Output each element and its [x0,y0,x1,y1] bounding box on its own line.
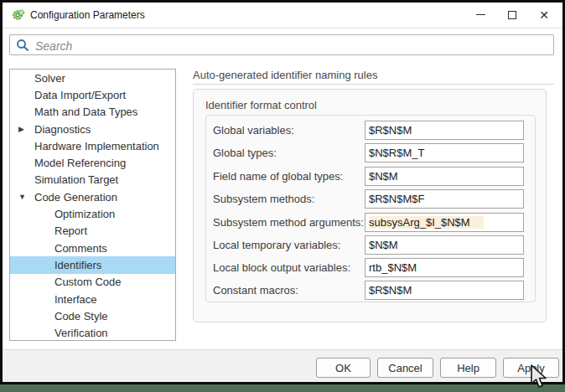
global-types-input[interactable]: $N$R$M_T [365,143,524,162]
chevron-right-icon[interactable]: ▶ [18,121,24,137]
sidebar-item-custom-code[interactable]: Custom Code [10,274,175,291]
field-name-of-global-types-input[interactable]: $N$M [365,167,524,186]
sidebar-item-identifiers[interactable]: Identifiers [10,256,175,273]
global-variables-input[interactable]: $R$N$M [365,121,524,140]
sidebar-item-diagnostics[interactable]: ▶Diagnostics [10,121,175,137]
subsystem-method-arguments-input[interactable]: subsysArg_$I_$N$M [365,213,524,232]
apply-button[interactable]: Apply [503,358,559,378]
local-block-output-variables-input[interactable]: rtb_$N$M [365,258,524,277]
sidebar-item-model-referencing[interactable]: Model Referencing [10,154,175,171]
sidebar-item-data-import-export[interactable]: Data Import/Export [10,86,175,103]
sidebar-item-verification[interactable]: Verification [10,324,175,341]
window-title: Configuration Parameters [30,3,145,28]
minimize-button[interactable] [465,3,495,27]
ok-button[interactable]: OK [316,358,371,378]
sidebar-item-math-and-data-types[interactable]: Math and Data Types [10,104,175,121]
sidebar-item-report[interactable]: Report [10,223,175,240]
sidebar-item-code-style[interactable]: Code Style [10,307,175,324]
maximize-button[interactable] [497,3,527,27]
field-row-local-temporary-variables: Local temporary variables: $N$M [206,235,536,255]
local-temporary-variables-input[interactable]: $N$M [365,235,524,255]
sidebar-item-interface[interactable]: Interface [10,291,175,307]
sidebar-item-hardware-implementation[interactable]: Hardware Implementation [10,137,175,154]
search-box[interactable] [9,34,554,55]
sidebar-item-solver[interactable]: Solver [10,70,175,86]
dialog-button-bar: OK Cancel Help Apply [3,349,562,382]
configuration-parameters-window: Configuration Parameters ✕ Solver Data I… [0,0,565,384]
identifier-fields-group: Global variables: $R$N$M Global types: $… [205,115,536,302]
section-heading: Auto-generated identifier naming rules [193,69,377,81]
help-button[interactable]: Help [440,358,496,378]
search-icon [16,39,29,55]
search-input[interactable] [34,36,548,55]
identifier-format-panel: Identifier format control Global variabl… [193,89,547,322]
subsystem-methods-input[interactable]: $R$N$M$F [365,189,524,209]
minimize-icon [476,14,485,16]
close-button[interactable]: ✕ [529,3,559,27]
field-row-field-name-of-global-types: Field name of global types: $N$M [206,167,536,186]
heading-divider [193,84,554,85]
simulink-settings-icon [12,8,25,22]
constant-macros-input[interactable]: $R$N$M [365,281,524,300]
sidebar-item-simulation-target[interactable]: Simulation Target [10,172,175,188]
sidebar-item-code-generation[interactable]: ▼Code Generation [10,188,175,205]
sidebar-item-comments[interactable]: Comments [10,240,175,256]
field-row-subsystem-methods: Subsystem methods: $R$N$M$F [206,189,536,209]
field-row-global-variables: Global variables: $R$N$M [206,121,536,140]
chevron-down-icon[interactable]: ▼ [18,188,26,205]
field-row-global-types: Global types: $N$R$M_T [206,143,536,162]
field-row-local-block-output-variables: Local block output variables: rtb_$N$M [206,258,536,277]
field-row-constant-macros: Constant macros: $R$N$M [206,281,536,300]
field-row-subsystem-method-arguments: Subsystem method arguments: subsysArg_$I… [206,213,536,232]
group-title: Identifier format control [205,99,317,111]
close-icon: ✕ [539,9,549,21]
settings-tree: Solver Data Import/Export Math and Data … [9,69,176,341]
maximize-icon [508,11,516,19]
sidebar-item-optimization[interactable]: Optimization [10,205,175,222]
title-bar: Configuration Parameters ✕ [3,3,562,28]
desktop-background: Configuration Parameters ✕ Solver Data I… [0,0,565,392]
cancel-button[interactable]: Cancel [377,358,433,378]
